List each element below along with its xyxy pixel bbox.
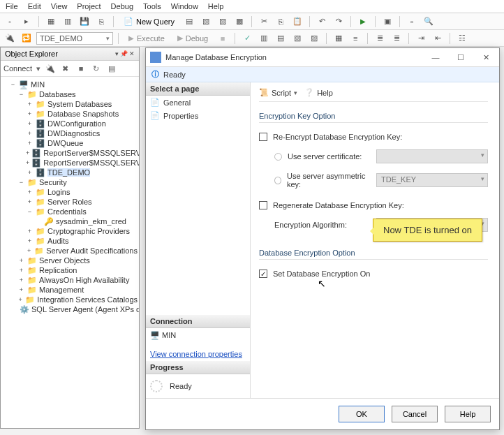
tree-credential-item[interactable]: 🔑sysadmin_ekm_cred (2, 216, 138, 226)
tree-server-node[interactable]: −🖥️MIN (2, 80, 138, 89)
tl-a[interactable]: ▥ (257, 32, 271, 45)
regenerate-row: Regenerate Database Encryption Key: (259, 201, 488, 209)
menu-project[interactable]: Project (77, 2, 101, 10)
tree-databases[interactable]: −📁Databases (2, 89, 138, 99)
tree-crypto-providers[interactable]: +📁Cryptographic Providers (2, 226, 138, 236)
tree-db-tde-demo[interactable]: +🗄️TDE_DEMO (2, 168, 138, 177)
toolbar-btn-d[interactable]: ▩ (232, 15, 246, 28)
results-grid-icon[interactable]: ▦ (332, 32, 346, 45)
tree-credentials[interactable]: −📁Credentials (2, 207, 138, 216)
toolbar-btn-a[interactable]: ▤ (182, 15, 196, 28)
oe-close-icon[interactable]: ✕ (129, 50, 135, 57)
window-minimize-icon[interactable]: — (427, 53, 445, 62)
tree-replication[interactable]: +📁Replication (2, 265, 138, 275)
parse-icon[interactable]: ✓ (240, 32, 254, 45)
copy-icon[interactable]: ⎘ (274, 15, 288, 28)
change-conn-icon[interactable]: 🔁 (20, 32, 34, 45)
execute-icon: ▶ (128, 34, 134, 42)
undo-icon[interactable]: ↶ (315, 15, 329, 28)
tree-server-roles[interactable]: +📁Server Roles (2, 197, 138, 207)
tl-c[interactable]: ▧ (290, 32, 304, 45)
debug-button[interactable]: ▶ Debug (172, 31, 213, 45)
oe-filter-icon[interactable]: ▤ (106, 63, 117, 74)
menu-view[interactable]: View (51, 2, 68, 10)
tree-system-databases[interactable]: +📁System Databases (2, 99, 138, 109)
regenerate-checkbox[interactable] (259, 201, 267, 209)
database-selector[interactable]: TDE_DEMO (36, 32, 113, 45)
save-all-icon[interactable]: ⎘ (94, 15, 108, 28)
cancel-button[interactable]: Cancel (392, 406, 438, 422)
view-connection-properties[interactable]: View connection properties (146, 343, 250, 361)
window-maximize-icon[interactable]: ☐ (452, 53, 470, 62)
nav-forward-icon[interactable]: ▸ (20, 15, 34, 28)
menu-help[interactable]: Help (208, 2, 224, 10)
tree-db-dwconfig[interactable]: +🗄️DWConfiguration (2, 119, 138, 128)
menu-bar: File Edit View Project Debug Tools Windo… (0, 0, 504, 13)
page-properties[interactable]: 📄Properties (146, 109, 250, 122)
oe-connect-label[interactable]: Connect (3, 64, 32, 73)
uncomment-icon[interactable]: ≣ (390, 32, 403, 45)
specify-values-icon[interactable]: ☷ (455, 32, 469, 45)
cut-icon[interactable]: ✂ (257, 15, 271, 28)
tree-management[interactable]: +📁Management (2, 285, 138, 295)
redo-icon[interactable]: ↷ (332, 15, 346, 28)
menu-window[interactable]: Window (171, 2, 198, 10)
dialog-titlebar[interactable]: Manage Database Encryption — ☐ ✕ (146, 48, 499, 67)
tree-db-dwqueue[interactable]: +🗄️DWQueue (2, 138, 138, 148)
toolbar-btn-b[interactable]: ▧ (199, 15, 213, 28)
tree-server-objects[interactable]: +📁Server Objects (2, 256, 138, 265)
tl-d[interactable]: ▨ (307, 32, 321, 45)
find-icon[interactable]: 🔍 (422, 15, 436, 28)
tree-database-snapshots[interactable]: +📁Database Snapshots (2, 109, 138, 119)
help-button[interactable]: Help (445, 406, 491, 422)
oe-stop-icon[interactable]: ■ (75, 63, 87, 74)
reencrypt-checkbox[interactable] (259, 133, 267, 141)
menu-tools[interactable]: Tools (143, 2, 161, 10)
start-icon[interactable]: ▶ (356, 15, 370, 28)
paste-icon[interactable]: 📋 (290, 15, 304, 28)
toolbar-btn-f[interactable]: ▫ (405, 15, 419, 28)
tree-db-dwdiag[interactable]: +🗄️DWDiagnostics (2, 128, 138, 138)
object-explorer-tree[interactable]: −🖥️MIN −📁Databases +📁System Databases +📁… (1, 77, 139, 428)
oe-disconnect-icon[interactable]: ✖ (60, 63, 71, 74)
tree-security[interactable]: −📁Security (2, 177, 138, 187)
dialog-help-button[interactable]: ❔Help (304, 88, 333, 97)
comment-icon[interactable]: ≣ (373, 32, 387, 45)
open-icon[interactable]: ▥ (61, 15, 75, 28)
oe-pin-icon[interactable]: 📌 (120, 50, 128, 57)
set-enc-on-checkbox[interactable]: ✓ (259, 270, 267, 278)
connect-icon[interactable]: 🔌 (3, 32, 17, 45)
save-icon[interactable]: 💾 (77, 15, 91, 28)
tree-audit-specs[interactable]: +📁Server Audit Specifications (2, 246, 138, 256)
menu-edit[interactable]: Edit (28, 2, 41, 10)
outdent-icon[interactable]: ⇤ (431, 32, 445, 45)
tree-db-reportserver-2[interactable]: +🗄️ReportServer$MSSQLSERVER (2, 158, 138, 168)
nav-back-icon[interactable]: ◦ (3, 15, 17, 28)
tree-isc[interactable]: +📁Integration Services Catalogs (2, 295, 138, 304)
indent-icon[interactable]: ⇥ (414, 32, 428, 45)
oe-refresh-icon[interactable]: ↻ (91, 63, 102, 74)
select-page-header: Select a page (146, 82, 250, 96)
toolbar-btn-c[interactable]: ▨ (216, 15, 230, 28)
connection-header: Connection (146, 315, 250, 328)
execute-button[interactable]: ▶ Execute (124, 32, 170, 45)
tree-alwayson[interactable]: +📁AlwaysOn High Availability (2, 275, 138, 285)
page-general[interactable]: 📄General (146, 96, 250, 109)
new-project-icon[interactable]: ▦ (44, 15, 58, 28)
menu-debug[interactable]: Debug (111, 2, 133, 10)
tl-b[interactable]: ▤ (274, 32, 288, 45)
oe-dropdown-icon[interactable]: ▾ (115, 50, 119, 57)
toolbar-btn-e[interactable]: ▣ (380, 15, 394, 28)
ok-button[interactable]: OK (339, 406, 385, 422)
stop-icon[interactable]: ■ (216, 32, 230, 45)
window-close-icon[interactable]: ✕ (477, 53, 495, 62)
tree-audits[interactable]: +📁Audits (2, 236, 138, 246)
results-text-icon[interactable]: ≡ (348, 32, 362, 45)
tree-db-reportserver-1[interactable]: +🗄️ReportServer$MSSQLSERVER (2, 148, 138, 158)
menu-file[interactable]: File (6, 2, 18, 10)
tree-logins[interactable]: +📁Logins (2, 187, 138, 197)
tree-sql-agent[interactable]: ⚙️SQL Server Agent (Agent XPs disabl (2, 304, 138, 314)
script-button[interactable]: 📜Script▾ (259, 88, 297, 97)
oe-connect-icon[interactable]: 🔌 (45, 63, 56, 74)
new-query-button[interactable]: 📄 New Query (119, 15, 179, 28)
